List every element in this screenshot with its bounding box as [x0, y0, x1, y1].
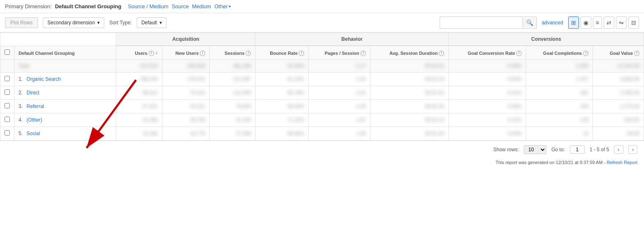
row3-num: 3. [19, 103, 23, 109]
show-rows-label: Show rows: [493, 147, 519, 152]
row5-checkbox[interactable] [5, 130, 10, 136]
avg-session-duration-col-header[interactable]: Avg. Session Duration i [370, 46, 448, 59]
sessions-col-header[interactable]: Sessions i [210, 46, 255, 59]
row4-users: 32,456 [143, 117, 158, 123]
row1-channel-link[interactable]: Organic Search [26, 76, 61, 82]
sessions-info-icon[interactable]: i [246, 51, 251, 56]
select-all-checkbox[interactable] [5, 49, 10, 55]
row2-bounce-rate: 65.78% [288, 90, 304, 96]
primary-dim-value: Default Channel Grouping [55, 3, 121, 9]
row3-checkbox[interactable] [5, 103, 10, 108]
list-view-button[interactable]: ≡ [593, 16, 602, 29]
row5-bounce-rate: 68.90% [288, 131, 304, 136]
pages-per-session-info-icon[interactable]: i [361, 51, 366, 56]
grid-view-button[interactable]: ⊞ [568, 16, 579, 29]
goal-conversion-rate-col-header[interactable]: Goal Conversion Rate i [449, 46, 526, 59]
custom-view-button[interactable]: ⊟ [628, 16, 639, 29]
table-wrapper: Acquisition Behavior Conversions Default… [0, 33, 644, 141]
row4-checkbox[interactable] [5, 117, 10, 122]
goal-conversion-rate-info-icon[interactable]: i [516, 51, 522, 56]
search-button[interactable]: 🔍 [522, 18, 536, 28]
report-generated-text: This report was generated on 12/10/21 at… [496, 160, 606, 165]
row4-avg-session: 00:01:23 [425, 117, 444, 123]
advanced-link[interactable]: advanced [542, 20, 563, 26]
source-link[interactable]: Source [172, 3, 189, 9]
table-container: Acquisition Behavior Conversions Default… [0, 33, 644, 141]
row1-goal-val: 6,860.00 [620, 76, 639, 82]
table-row: 4. (Other) 32,456 28,765 41,230 71.23% 1… [0, 113, 644, 127]
search-box: 🔍 [440, 16, 537, 29]
avg-session-duration-col-label: Avg. Session Duration [389, 50, 438, 56]
row1-checkbox[interactable] [5, 76, 10, 81]
row5-users: 16,180 [143, 131, 158, 136]
sort-default-label: Default [141, 20, 157, 26]
users-col-header[interactable]: Users i ↓ [116, 46, 162, 59]
app-container: Primary Dimension: Default Channel Group… [0, 0, 644, 169]
row5-goal-comp: 10 [583, 131, 588, 136]
acquisition-group-header: Acquisition [116, 33, 255, 46]
total-label-blurred: Total [19, 63, 40, 69]
goal-completions-col-header[interactable]: Goal Completions i [526, 46, 593, 59]
table-row: 1. Organic Search 198,245 178,432 221,08… [0, 72, 644, 86]
row3-avg-session: 00:02:34 [425, 103, 444, 109]
row1-avg-session: 00:02:18 [425, 76, 444, 82]
bounce-rate-col-header[interactable]: Bounce Rate i [255, 46, 309, 59]
row2-channel-cell: 2. Direct [14, 86, 116, 99]
checkbox-col-header [0, 46, 14, 59]
new-users-info-icon[interactable]: i [200, 51, 205, 56]
refresh-report-link[interactable]: Refresh Report [607, 160, 637, 165]
source-medium-link[interactable]: Source / Medium [128, 3, 168, 9]
row3-bounce-rate: 58.45% [288, 103, 304, 109]
primary-dimension-bar: Primary Dimension: Default Channel Group… [0, 0, 644, 13]
total-checkbox-cell [0, 59, 14, 72]
row2-channel-link[interactable]: Direct [26, 90, 39, 96]
goal-value-info-icon[interactable]: i [634, 51, 639, 56]
other-dropdown[interactable]: Other ▾ [214, 3, 231, 9]
row4-channel-link[interactable]: (Other) [26, 117, 42, 123]
chevron-down-icon: ▾ [97, 20, 100, 26]
total-row: Total 412,614 354,839 481,260 63.56% 2.1… [0, 59, 644, 72]
total-new-users: 354,839 [187, 63, 205, 69]
users-sort-arrow[interactable]: ↓ [155, 49, 158, 56]
row3-channel-link[interactable]: Referral [26, 103, 44, 109]
col-header-row: Default Channel Grouping Users i ↓ [0, 46, 644, 59]
go-to-input[interactable] [570, 145, 585, 154]
goal-value-col-header[interactable]: Goal Value i [593, 46, 644, 59]
row2-checkbox[interactable] [5, 89, 10, 95]
next-page-button[interactable]: › [628, 145, 637, 154]
users-info-icon[interactable]: i [149, 51, 154, 56]
row2-sessions: 112,450 [233, 90, 251, 96]
new-users-col-header[interactable]: New Users i [162, 46, 209, 59]
behavior-group-header: Behavior [255, 33, 449, 46]
total-avg-session: 00:02:01 [425, 63, 444, 69]
total-goal-value: 12,043.00 [618, 63, 639, 69]
medium-link[interactable]: Medium [192, 3, 211, 9]
avg-session-duration-info-icon[interactable]: i [439, 51, 444, 56]
primary-dim-label: Primary Dimension: [5, 3, 52, 9]
chevron-down-icon: ▾ [229, 4, 231, 9]
bounce-rate-info-icon[interactable]: i [299, 51, 304, 56]
row3-goal-conv: 0.55% [508, 103, 522, 109]
goal-completions-info-icon[interactable]: i [583, 51, 588, 56]
plot-rows-button[interactable]: Plot Rows [5, 17, 38, 28]
row1-channel-cell: 1. Organic Search [14, 72, 116, 86]
pie-view-button[interactable]: ◉ [581, 16, 591, 29]
pages-per-session-col-label: Pages / Session [325, 50, 359, 56]
channel-col-header: Default Channel Grouping [14, 46, 116, 59]
row4-num: 4. [19, 117, 23, 123]
secondary-dimension-dropdown[interactable]: Secondary dimension ▾ [43, 17, 104, 28]
compare-view-button[interactable]: ⇄ [604, 16, 614, 29]
prev-page-button[interactable]: ‹ [614, 145, 623, 154]
row3-checkbox-cell [0, 99, 14, 113]
channel-col-label: Default Channel Grouping [19, 50, 75, 56]
row5-sessions: 27,590 [236, 131, 251, 136]
pivot-view-button[interactable]: ⇋ [616, 16, 627, 29]
pagination-bar: Show rows: 10 25 50 100 Go to: 1 - 5 of … [0, 141, 644, 158]
row5-channel-link[interactable]: Social [26, 131, 40, 136]
pages-per-session-col-header[interactable]: Pages / Session i [309, 46, 370, 59]
sort-type-dropdown[interactable]: Default ▾ [137, 17, 166, 28]
goal-conversion-rate-col-label: Goal Conversion Rate [468, 50, 515, 56]
report-footer: This report was generated on 12/10/21 at… [0, 158, 644, 169]
rows-per-page-select[interactable]: 10 25 50 100 [524, 145, 546, 154]
search-input[interactable] [440, 18, 522, 27]
